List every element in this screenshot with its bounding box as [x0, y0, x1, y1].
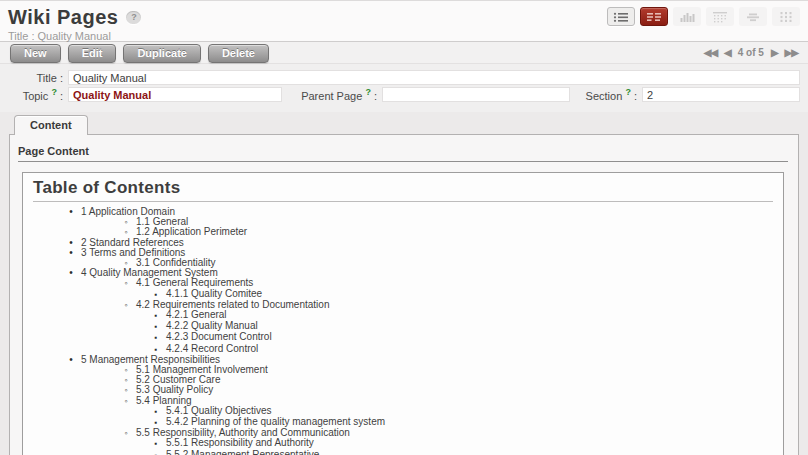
view-switcher	[607, 7, 800, 26]
help-icon: ?	[126, 11, 141, 24]
topic-field-label: Topic ? :	[8, 87, 68, 102]
toc-item-label: 4.2.4 Record Control	[166, 343, 258, 354]
toc-list: •1 Application Domain◦1.1 General◦1.2 Ap…	[33, 207, 773, 455]
bullet-icon: ◦	[121, 365, 131, 375]
bullet-icon: ◦	[121, 396, 131, 406]
list-item: ▪5.4.1 Quality Objectives	[33, 406, 773, 417]
new-button[interactable]: New	[10, 44, 61, 63]
form-view-icon	[646, 11, 662, 23]
bullet-icon: •	[66, 355, 76, 365]
bullet-icon: •	[66, 207, 76, 217]
list-view-icon	[613, 11, 629, 23]
graph-view-button[interactable]	[673, 7, 701, 26]
topic-field[interactable]	[68, 87, 282, 102]
last-record-button[interactable]: ▶▶	[785, 47, 798, 58]
list-item: ▪4.2.3 Document Control	[33, 332, 773, 343]
toc-item-label: 5.5.1 Responsibility and Authority	[166, 437, 314, 448]
title-field-label: Title :	[8, 72, 68, 84]
bullet-icon: ▪	[151, 311, 161, 321]
toc-item-label: 5.4.1 Quality Objectives	[166, 405, 272, 416]
gantt-view-button[interactable]	[739, 7, 767, 26]
bullet-icon: ▪	[151, 407, 161, 417]
bullet-icon: ◦	[121, 375, 131, 385]
bullet-icon: ◦	[121, 428, 131, 438]
bullet-icon: ◦	[121, 217, 131, 227]
toc-item-label: 4.2.2 Quality Manual	[166, 320, 258, 331]
form-fields: Title : Topic ? : Parent Page ? : Sectio…	[0, 64, 808, 112]
section-field-label: Section ? :	[570, 87, 642, 102]
toc-item-label: 4.1.1 Quality Comitee	[166, 288, 262, 299]
graph-view-icon	[679, 11, 695, 23]
list-view-button[interactable]	[607, 7, 635, 26]
bullet-icon: •	[66, 268, 76, 278]
list-item: ▪5.5.2 Management Representative	[33, 450, 773, 455]
first-record-button[interactable]: ◀◀	[704, 47, 717, 58]
duplicate-button[interactable]: Duplicate	[123, 44, 201, 63]
toolbar-buttons: NewEditDuplicateDelete	[10, 43, 276, 63]
parent-page-field-label: Parent Page ? :	[282, 87, 382, 102]
list-item: ◦5.4 Planning	[33, 396, 773, 406]
form-view-button[interactable]	[640, 7, 668, 26]
gantt-view-icon	[745, 11, 761, 23]
bullet-icon: ◦	[121, 300, 131, 310]
record-subtitle: Title : Quality Manual	[8, 30, 800, 42]
bullet-icon: ▪	[151, 333, 161, 343]
calendar-view-button[interactable]	[706, 7, 734, 26]
list-item: ◦5.5 Responsibility, Authority and Commu…	[33, 428, 773, 438]
tab-content[interactable]: Content	[14, 115, 88, 135]
wiki-content-box: Table of Contents •1 Application Domain◦…	[22, 172, 784, 455]
notebook-tabs: Content	[0, 114, 808, 134]
list-item: ▪4.2.1 General	[33, 310, 773, 321]
topic-help-icon: ?	[51, 87, 57, 97]
kanban-view-button[interactable]	[772, 7, 800, 26]
bullet-icon: •	[66, 248, 76, 258]
toolbar: NewEditDuplicateDelete ◀◀ ◀ 4 of 5 ▶ ▶▶	[0, 41, 808, 64]
list-item: ◦4.2 Requirements related to Documentati…	[33, 300, 773, 310]
toc-heading: Table of Contents	[33, 178, 773, 198]
list-item: ▪5.5.1 Responsibility and Authority	[33, 438, 773, 449]
title-field[interactable]	[68, 70, 800, 85]
next-record-button[interactable]: ▶	[771, 47, 778, 58]
record-pagination: ◀◀ ◀ 4 of 5 ▶ ▶▶	[704, 47, 798, 58]
page-header: Wiki Pages ? Title : Quality Manual	[0, 1, 808, 41]
list-item: ◦4.1 General Requirements	[33, 278, 773, 288]
bullet-icon: ▪	[151, 451, 161, 455]
parent-page-field[interactable]	[382, 87, 570, 102]
toc-item-label: 4.2.1 General	[166, 309, 227, 320]
record-count-label: 4 of 5	[738, 47, 764, 58]
list-item: ▪4.2.2 Quality Manual	[33, 321, 773, 332]
parent-page-help-icon: ?	[365, 87, 371, 97]
bullet-icon: ▪	[151, 439, 161, 449]
content-tab-panel: Page Content Table of Contents •1 Applic…	[9, 134, 799, 455]
bullet-icon: ◦	[121, 385, 131, 395]
delete-button[interactable]: Delete	[208, 44, 269, 63]
bullet-icon: ▪	[151, 322, 161, 332]
calendar-view-icon	[712, 11, 728, 23]
toc-item-label: 4.2.3 Document Control	[166, 331, 272, 342]
page-title: Wiki Pages	[8, 6, 118, 29]
toc-item-label: 5.4.2 Planning of the quality management…	[166, 416, 385, 427]
page-content-label: Page Content	[18, 143, 788, 162]
previous-record-button[interactable]: ◀	[724, 47, 731, 58]
toc-divider	[33, 201, 773, 202]
section-help-icon: ?	[625, 87, 631, 97]
bullet-icon: ◦	[121, 278, 131, 288]
toc-item-label: 5.5.2 Management Representative	[166, 449, 319, 455]
edit-button[interactable]: Edit	[68, 44, 117, 63]
kanban-view-icon	[778, 11, 794, 23]
section-field[interactable]	[642, 87, 800, 102]
